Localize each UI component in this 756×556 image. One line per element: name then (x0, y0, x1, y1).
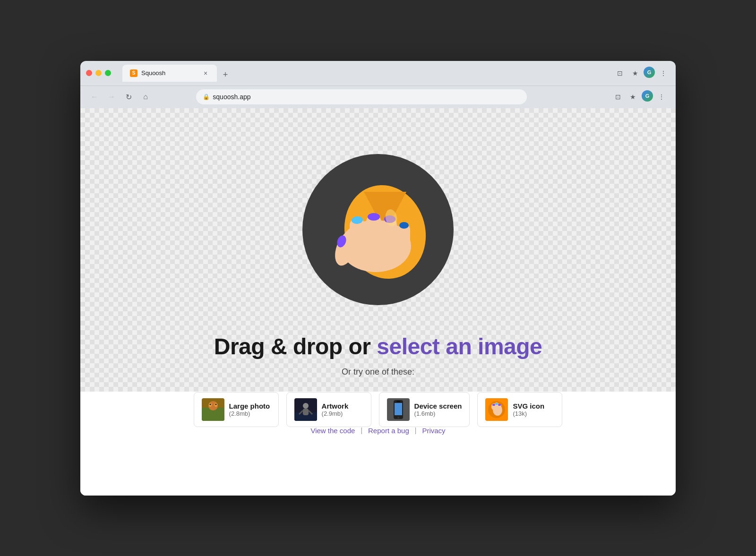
svg-point-31 (397, 417, 399, 419)
extensions-icon[interactable]: ⊡ (611, 90, 625, 103)
device-screen-thumbnail (387, 398, 410, 421)
titlebar-actions: ⊡ ★ G ⋮ (613, 67, 670, 80)
home-button[interactable]: ⌂ (139, 90, 152, 103)
browser-menu-icon[interactable]: ⋮ (655, 90, 668, 103)
menu-dots-icon[interactable]: ⋮ (657, 67, 670, 80)
bookmark-star-icon[interactable]: ★ (628, 67, 642, 80)
favicon-letter: S (132, 70, 136, 76)
artwork-size: (2.9mb) (322, 410, 349, 417)
heading-highlight: select an image (377, 334, 542, 359)
sample-device-screen[interactable]: Device screen (1.6mb) (379, 392, 470, 427)
lock-icon: 🔒 (203, 94, 210, 100)
avatar[interactable]: G (644, 67, 655, 78)
sample-artwork[interactable]: Artwork (2.9mb) (286, 392, 371, 427)
svg-point-9 (368, 213, 380, 221)
active-tab[interactable]: S Squoosh × (122, 65, 217, 82)
tab-close-button[interactable]: × (202, 69, 209, 77)
footer-divider-1: | (361, 427, 362, 434)
external-link-icon[interactable]: ⊡ (613, 67, 627, 80)
minimize-button[interactable] (95, 70, 102, 76)
traffic-lights (86, 70, 111, 76)
profile-avatar[interactable]: G (642, 90, 653, 102)
large-photo-size: (2.8mb) (229, 410, 270, 417)
sample-svg-icon[interactable]: SVG icon (13k) (477, 392, 562, 427)
browser-window: S Squoosh × + ⊡ ★ G ⋮ ← → ↻ ⌂ 🔒 squoosh.… (80, 61, 676, 496)
artwork-thumbnail (294, 398, 317, 421)
browser-star-icon[interactable]: ★ (627, 90, 640, 103)
view-code-link[interactable]: View the code (310, 427, 355, 435)
svg-rect-24 (303, 409, 309, 415)
svg-point-38 (492, 404, 495, 406)
footer-divider-2: | (415, 427, 417, 434)
svg-point-39 (495, 403, 498, 405)
svg-icon-thumbnail (485, 398, 508, 421)
svg-rect-30 (396, 401, 400, 402)
url-bar[interactable]: 🔒 squoosh.app (196, 89, 527, 104)
close-button[interactable] (86, 70, 92, 76)
artwork-name: Artwork (322, 402, 349, 410)
sample-large-photo[interactable]: Large photo (2.8mb) (194, 392, 279, 427)
svg-point-20 (215, 403, 216, 405)
new-tab-button[interactable]: + (219, 68, 232, 82)
device-screen-info: Device screen (1.6mb) (414, 402, 462, 417)
svg-icon-size: (13k) (513, 410, 544, 417)
svg-point-11 (399, 222, 409, 229)
footer-links: View the code | Report a bug | Privacy (310, 427, 445, 435)
svg-point-40 (498, 404, 501, 406)
large-photo-thumbnail (202, 398, 224, 421)
svg-icon-name: SVG icon (513, 402, 544, 410)
large-photo-info: Large photo (2.8mb) (229, 402, 270, 417)
tab-title: Squoosh (141, 69, 198, 77)
svg-point-19 (209, 403, 211, 405)
report-bug-link[interactable]: Report a bug (368, 427, 409, 435)
heading-static: Drag & drop or (214, 334, 377, 359)
svg-point-23 (303, 403, 309, 409)
squoosh-logo-svg (312, 163, 444, 296)
large-photo-name: Large photo (229, 402, 270, 410)
artwork-info: Artwork (2.9mb) (322, 402, 349, 417)
sample-images-list: Large photo (2.8mb) (194, 392, 563, 427)
device-screen-size: (1.6mb) (414, 410, 462, 417)
url-text: squoosh.app (213, 93, 250, 101)
tab-favicon: S (130, 69, 137, 77)
main-heading: Drag & drop or select an image (214, 334, 542, 359)
maximize-button[interactable] (105, 70, 111, 76)
titlebar: S Squoosh × + ⊡ ★ G ⋮ (80, 61, 676, 86)
browser-actions: ⊡ ★ G ⋮ (611, 90, 668, 103)
forward-button[interactable]: → (105, 90, 118, 103)
privacy-link[interactable]: Privacy (422, 427, 445, 435)
tab-bar: S Squoosh × + (122, 65, 610, 82)
subheading: Or try one of these: (342, 367, 414, 377)
back-button[interactable]: ← (88, 90, 101, 103)
svg-icon-info: SVG icon (13k) (513, 402, 544, 417)
content-wrapper: Drag & drop or select an image Or try on… (90, 154, 666, 450)
browser-content: Drag & drop or select an image Or try on… (80, 108, 676, 496)
device-screen-name: Device screen (414, 402, 462, 410)
svg-rect-29 (395, 403, 402, 415)
reload-button[interactable]: ↻ (122, 90, 135, 103)
app-logo (302, 154, 454, 305)
addressbar: ← → ↻ ⌂ 🔒 squoosh.app ⊡ ★ G ⋮ (80, 86, 676, 108)
